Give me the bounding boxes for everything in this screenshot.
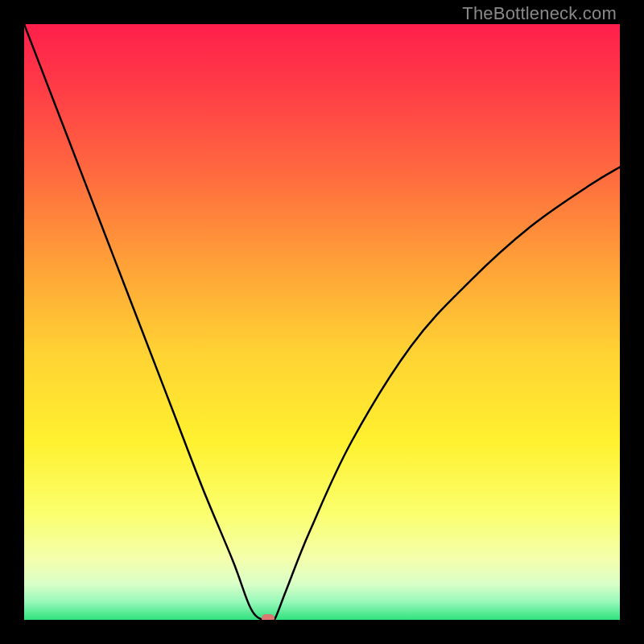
curve-path (24, 24, 620, 620)
plot-area (24, 24, 620, 620)
bottleneck-curve (24, 24, 620, 620)
chart-frame: TheBottleneck.com (0, 0, 644, 644)
optimum-marker (262, 614, 275, 620)
watermark-text: TheBottleneck.com (462, 3, 617, 24)
